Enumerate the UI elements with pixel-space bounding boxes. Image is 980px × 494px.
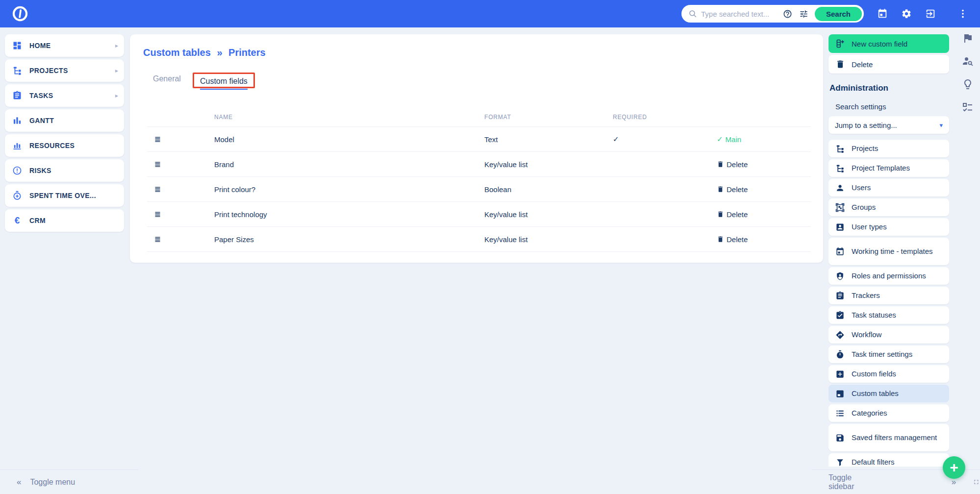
field-format-cell: Text — [484, 135, 613, 144]
main-field-indicator: ✓ Main — [717, 135, 811, 144]
sidebar-item-custom-tables[interactable]: Custom tables — [829, 385, 949, 402]
delete-link[interactable]: Delete — [727, 235, 748, 244]
field-name-cell: Paper Sizes — [214, 235, 484, 244]
table-row: Print technology Key/value list Delete — [147, 201, 811, 226]
project-tree-icon — [835, 144, 845, 153]
tab-custom-fields[interactable]: Custom fields — [200, 77, 248, 90]
menu-item-resources[interactable]: RESOURCES — [5, 134, 124, 157]
funnel-icon — [835, 458, 845, 467]
collapse-left-icon: « — [17, 477, 20, 487]
help-icon[interactable] — [783, 9, 792, 19]
new-custom-field-button[interactable]: New custom field — [829, 34, 949, 53]
sidebar-item-roles-and-permissions[interactable]: Roles and permissions — [829, 267, 949, 285]
main-content-card: Custom tables » Printers General Custom … — [130, 34, 823, 263]
person-search-icon[interactable] — [962, 55, 974, 67]
menu-item-spent-time[interactable]: SPENT TIME OVE... — [5, 184, 124, 207]
sidebar-item-label: Roles and permissions — [852, 272, 926, 280]
lightbulb-icon[interactable] — [962, 78, 974, 90]
toggle-menu-label: Toggle menu — [30, 478, 75, 487]
sidebar-item-working-time-templates[interactable]: Working time - templates — [829, 238, 949, 265]
menu-item-label: HOME — [29, 42, 51, 49]
jump-to-setting-select[interactable]: Jump to a setting... ▾ — [829, 116, 949, 134]
euro-icon: € — [12, 216, 22, 225]
sidebar-item-projects[interactable]: Projects — [829, 140, 949, 157]
tab-bar: General Custom fields — [153, 73, 255, 88]
sidebar-item-label: Saved filters management — [852, 433, 937, 442]
table-row: Paper Sizes Key/value list Delete — [147, 226, 811, 251]
delete-button[interactable]: Delete — [829, 55, 949, 74]
menu-item-home[interactable]: HOME ▸ — [5, 34, 124, 57]
delete-link[interactable]: Delete — [727, 185, 748, 194]
field-format-cell: Boolean — [484, 185, 613, 194]
administration-list: Projects Project Templates Users Groups … — [829, 140, 949, 467]
tab-general[interactable]: General — [153, 74, 181, 87]
custom-fields-table: NAME FORMAT REQUIRED Model Text ✓ ✓ Main… — [147, 108, 811, 252]
left-menu: HOME ▸ PROJECTS ▸ TASKS ▸ GANTT RESOURCE… — [5, 34, 124, 232]
sidebar-item-label: Groups — [852, 203, 876, 211]
sidebar-item-label: Workflow — [852, 330, 881, 339]
toggle-sidebar[interactable]: Toggle sidebar — [829, 473, 864, 491]
table-bottom-divider — [147, 251, 811, 252]
sidebar-item-users[interactable]: Users — [829, 179, 949, 197]
breadcrumb-section[interactable]: Custom tables — [143, 47, 211, 58]
search-settings-label: Search settings — [835, 102, 949, 111]
search-input[interactable] — [697, 10, 779, 18]
groups-frame-icon — [835, 203, 845, 212]
logout-icon[interactable] — [925, 8, 936, 19]
button-label: New custom field — [852, 40, 907, 48]
search-options-icon[interactable] — [799, 9, 808, 19]
stopwatch-icon — [835, 350, 845, 359]
submenu-arrow-icon: ▸ — [115, 67, 118, 74]
delete-link[interactable]: Delete — [727, 160, 748, 169]
menu-item-gantt[interactable]: GANTT — [5, 109, 124, 132]
sidebar-item-task-statuses[interactable]: Task statuses — [829, 306, 949, 324]
sidebar-item-default-filters[interactable]: Default filters — [829, 453, 949, 467]
table-header-row: NAME FORMAT REQUIRED — [147, 108, 811, 126]
sidebar-item-workflow[interactable]: Workflow — [829, 326, 949, 344]
drag-handle-icon[interactable] — [154, 211, 161, 218]
submenu-arrow-icon: ▸ — [115, 92, 118, 99]
sidebar-item-groups[interactable]: Groups — [829, 198, 949, 216]
toggle-menu[interactable]: « Toggle menu — [0, 469, 138, 494]
drag-handle-icon[interactable] — [154, 186, 161, 193]
submenu-arrow-icon: ▸ — [115, 42, 118, 49]
plus-icon: + — [950, 460, 958, 475]
menu-item-projects[interactable]: PROJECTS ▸ — [5, 59, 124, 82]
project-tree-icon — [835, 164, 845, 173]
flag-icon[interactable] — [962, 32, 974, 44]
main-link[interactable]: Main — [726, 135, 742, 144]
drag-handle-icon[interactable] — [154, 236, 161, 243]
delete-link[interactable]: Delete — [727, 210, 748, 219]
field-format-cell: Key/value list — [484, 235, 613, 244]
menu-item-crm[interactable]: € CRM — [5, 209, 124, 232]
sidebar-item-user-types[interactable]: User types — [829, 218, 949, 236]
search-button[interactable]: Search — [815, 7, 862, 21]
save-disk-icon — [835, 433, 845, 443]
add-fab-button[interactable]: + — [943, 456, 965, 479]
drag-handle-icon[interactable] — [154, 161, 161, 168]
bar-chart-icon — [12, 141, 22, 150]
drag-handle-icon[interactable] — [154, 136, 161, 143]
breadcrumb-page[interactable]: Printers — [228, 47, 266, 58]
checklist-icon[interactable] — [962, 101, 974, 113]
sidebar-item-saved-filters-management[interactable]: Saved filters management — [829, 424, 949, 451]
sidebar-item-categories[interactable]: Categories — [829, 404, 949, 422]
calendar-icon[interactable] — [877, 8, 888, 19]
trash-icon — [717, 160, 724, 168]
menu-item-risks[interactable]: RISKS — [5, 159, 124, 182]
sidebar-item-task-timer-settings[interactable]: Task timer settings — [829, 346, 949, 363]
table-icon — [835, 389, 845, 398]
project-tree-icon — [12, 66, 22, 75]
gantt-bars-icon — [12, 116, 22, 125]
add-column-icon — [835, 39, 845, 49]
app-logo-icon[interactable] — [12, 5, 28, 22]
gear-icon[interactable] — [901, 8, 912, 19]
sidebar-item-trackers[interactable]: Trackers — [829, 287, 949, 304]
sidebar-item-project-templates[interactable]: Project Templates — [829, 159, 949, 177]
breadcrumb-separator: » — [217, 47, 222, 58]
kebab-menu-icon[interactable] — [957, 8, 968, 19]
menu-item-tasks[interactable]: TASKS ▸ — [5, 84, 124, 107]
search-icon — [688, 9, 697, 18]
fullscreen-icon[interactable] — [973, 477, 980, 487]
sidebar-item-custom-fields[interactable]: Custom fields — [829, 365, 949, 383]
